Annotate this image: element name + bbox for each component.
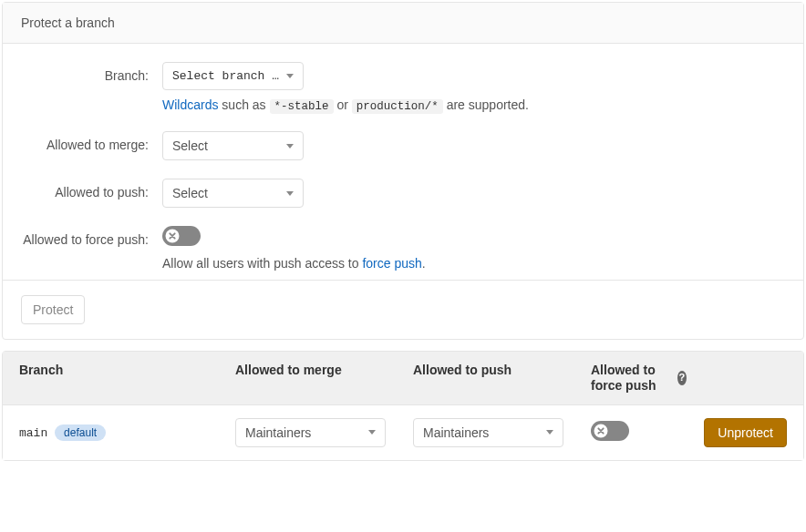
close-icon — [165, 229, 180, 243]
cell-merge: Maintainers — [235, 418, 413, 447]
form-title: Protect a branch — [3, 3, 803, 44]
branch-select-dropdown[interactable]: Select branch … — [162, 62, 304, 90]
help-such-as: such as — [222, 97, 265, 112]
allowed-merge-placeholder: Select — [172, 138, 208, 153]
help-icon[interactable]: ? — [677, 371, 687, 385]
wildcard-example-1: *-stable — [270, 99, 334, 114]
help-or: or — [336, 97, 347, 112]
cell-actions: Unprotect — [687, 418, 803, 447]
header-actions — [687, 363, 803, 394]
allowed-force-push-field: Allow all users with push access to forc… — [162, 226, 785, 271]
branch-name: main — [19, 426, 47, 440]
wildcard-example-2: production/* — [352, 99, 443, 114]
header-allowed-merge: Allowed to merge — [235, 363, 413, 394]
allowed-push-label: Allowed to push: — [21, 179, 162, 200]
chevron-down-icon — [368, 430, 376, 435]
allowed-merge-row: Allowed to merge: Select — [21, 131, 785, 160]
allowed-force-push-row: Allowed to force push: Allow all users w… — [21, 226, 785, 271]
wildcards-link[interactable]: Wildcards — [162, 97, 218, 112]
chevron-down-icon — [286, 191, 294, 196]
header-allowed-force-push: Allowed to force push ? — [591, 363, 687, 394]
allowed-push-field: Select — [162, 179, 785, 208]
force-push-help: Allow all users with push access to forc… — [162, 256, 785, 271]
force-push-help-suffix: . — [422, 256, 426, 271]
force-push-help-prefix: Allow all users with push access to — [162, 256, 362, 271]
allowed-force-push-label: Allowed to force push: — [21, 226, 162, 248]
branch-field: Select branch … Wildcards such as *-stab… — [162, 62, 785, 113]
form-footer: Protect — [3, 280, 803, 339]
protect-branch-form: Protect a branch Branch: Select branch …… — [2, 2, 804, 340]
branch-label: Branch: — [21, 62, 162, 84]
close-icon — [594, 424, 608, 438]
allowed-push-placeholder: Select — [172, 186, 208, 200]
protected-branches-table: Branch Allowed to merge Allowed to push … — [2, 351, 804, 461]
row-merge-value: Maintainers — [245, 425, 311, 440]
allowed-merge-label: Allowed to merge: — [21, 131, 162, 153]
allowed-push-dropdown[interactable]: Select — [162, 179, 304, 208]
allowed-push-row: Allowed to push: Select — [21, 179, 785, 208]
allowed-merge-dropdown[interactable]: Select — [162, 131, 304, 160]
cell-push: Maintainers — [413, 418, 591, 447]
row-merge-dropdown[interactable]: Maintainers — [235, 418, 386, 447]
form-body: Branch: Select branch … Wildcards such a… — [3, 44, 803, 280]
header-branch: Branch — [3, 363, 235, 394]
header-allowed-push: Allowed to push — [413, 363, 591, 394]
chevron-down-icon — [286, 74, 294, 78]
row-push-value: Maintainers — [423, 425, 489, 440]
unprotect-button[interactable]: Unprotect — [704, 418, 787, 447]
chevron-down-icon — [286, 144, 294, 148]
protect-button[interactable]: Protect — [21, 295, 85, 324]
cell-branch: main default — [3, 425, 235, 441]
cell-force — [591, 421, 687, 444]
allowed-merge-field: Select — [162, 131, 785, 160]
header-force-push-text: Allowed to force push — [591, 363, 675, 394]
chevron-down-icon — [546, 430, 553, 435]
force-push-link[interactable]: force push — [362, 256, 421, 271]
table-header: Branch Allowed to merge Allowed to push … — [3, 352, 803, 405]
table-row: main default Maintainers Maintainers Unp… — [3, 405, 803, 460]
force-push-toggle[interactable] — [162, 226, 201, 246]
row-force-push-toggle[interactable] — [591, 421, 629, 441]
branch-select-placeholder: Select branch … — [172, 69, 279, 83]
help-supported: are supported. — [447, 97, 529, 112]
row-push-dropdown[interactable]: Maintainers — [413, 418, 563, 447]
default-badge: default — [55, 425, 106, 441]
branch-row: Branch: Select branch … Wildcards such a… — [21, 62, 785, 113]
branch-help-text: Wildcards such as *-stable or production… — [162, 97, 785, 113]
